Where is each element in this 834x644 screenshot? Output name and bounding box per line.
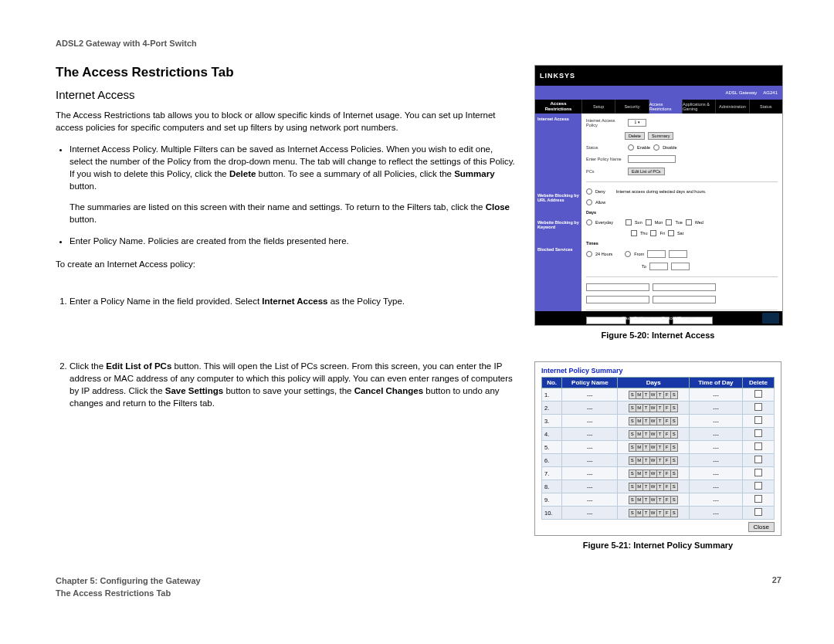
policy-name-input[interactable]	[628, 155, 676, 163]
status-label: Status	[586, 145, 625, 150]
delete-checkbox[interactable]	[754, 469, 762, 476]
table-row: 1.---SMTWTFS---	[542, 388, 775, 402]
day-checkbox[interactable]	[668, 230, 674, 236]
tab-applications-gaming[interactable]: Applications & Gaming	[682, 100, 715, 114]
router-model: ADSL Gateway	[726, 90, 758, 95]
day-box: S	[670, 469, 678, 478]
url-block-input[interactable]	[586, 283, 649, 291]
col-days: Days	[618, 378, 690, 388]
delete-button[interactable]: Delete	[625, 132, 645, 140]
table-row: 2.---SMTWTFS---	[542, 402, 775, 415]
figure-policy-summary: Internet Policy Summary No. Policy Name …	[534, 361, 781, 550]
url-block-input[interactable]	[653, 283, 716, 291]
day-box: S	[670, 509, 678, 517]
url-block-input[interactable]	[586, 296, 649, 303]
deny-desc: Internet access during selected days and…	[616, 189, 707, 194]
everyday-radio[interactable]	[586, 219, 592, 225]
keyword-input[interactable]	[586, 317, 626, 324]
day-checkbox[interactable]	[686, 219, 692, 225]
col-no: No.	[542, 378, 562, 388]
table-row: 6.---SMTWTFS---	[542, 454, 775, 467]
col-policy-name: Policy Name	[562, 378, 618, 388]
delete-checkbox[interactable]	[754, 403, 762, 411]
table-row: 5.---SMTWTFS---	[542, 441, 775, 454]
steps-list: Enter a Policy Name in the field provide…	[70, 295, 517, 409]
deny-radio[interactable]	[586, 188, 592, 195]
policy-label: Internet Access Policy	[586, 118, 625, 127]
footer-chapter: Chapter 5: Configuring the Gateway	[56, 575, 201, 587]
days-heading: Days	[586, 210, 596, 215]
step-item: Enter a Policy Name in the field provide…	[70, 295, 517, 307]
step-item: Click the Edit List of PCs button. This …	[70, 360, 517, 409]
tab-access-restrictions[interactable]: Access Restrictions	[649, 100, 682, 114]
router-brand: LINKSYS	[535, 66, 782, 86]
disable-radio[interactable]	[653, 144, 659, 151]
nav-title-line: Restrictions	[545, 107, 572, 112]
url-block-input[interactable]	[653, 296, 716, 303]
save-settings-button[interactable]: Save Settings	[622, 316, 650, 320]
cisco-logo	[762, 313, 779, 324]
main-text-column: The Access Restrictions Tab Internet Acc…	[56, 65, 517, 571]
delete-checkbox[interactable]	[754, 456, 762, 463]
delete-checkbox[interactable]	[754, 508, 762, 516]
close-button[interactable]: Close	[748, 522, 775, 532]
day-box: S	[670, 496, 678, 504]
day-checkbox[interactable]	[646, 219, 652, 225]
day-checkbox[interactable]	[650, 230, 656, 236]
figure-caption: Figure 5-20: Internet Access	[534, 330, 781, 340]
col-delete: Delete	[742, 378, 774, 388]
tab-setup[interactable]: Setup	[581, 100, 615, 114]
delete-checkbox[interactable]	[754, 416, 762, 424]
delete-checkbox[interactable]	[754, 495, 762, 503]
tab-status[interactable]: Status	[749, 100, 782, 114]
edit-list-pcs-button[interactable]: Edit List of PCs	[628, 168, 665, 175]
summary-title: Internet Policy Summary	[541, 367, 775, 375]
day-box: S	[670, 391, 678, 399]
24hours-radio[interactable]	[586, 251, 592, 257]
router-code: AG241	[763, 90, 778, 95]
table-row: 7.---SMTWTFS---	[542, 467, 775, 480]
tab-security[interactable]: Security	[615, 100, 648, 114]
day-box: S	[670, 483, 678, 491]
page-number: 27	[772, 575, 781, 599]
intro-paragraph: The Access Restrictions tab allows you t…	[56, 109, 517, 134]
tab-administration[interactable]: Administration	[715, 100, 748, 114]
day-checkbox[interactable]	[666, 219, 672, 225]
bullet-list: Internet Access Policy. Multiple Filters…	[70, 143, 517, 247]
nav-title-line: Access	[550, 101, 566, 107]
table-row: 10.---SMTWTFS---	[542, 507, 775, 520]
table-row: 3.---SMTWTFS---	[542, 415, 775, 428]
router-side-labels: Internet Access Website Blocking by URL …	[535, 114, 581, 311]
day-checkbox[interactable]	[631, 230, 637, 236]
from-hour-select[interactable]	[647, 250, 666, 258]
day-box: S	[670, 456, 678, 465]
summary-button[interactable]: Summary	[648, 132, 674, 140]
to-min-select[interactable]	[671, 263, 690, 270]
policy-name-label: Enter Policy Name	[586, 157, 625, 161]
table-row: 4.---SMTWTFS---	[542, 428, 775, 441]
bullet-item: Internet Access Policy. Multiple Filters…	[70, 143, 517, 225]
delete-checkbox[interactable]	[754, 390, 762, 398]
footer-section: The Access Restrictions Tab	[56, 588, 201, 599]
summary-table: No. Policy Name Days Time of Day Delete …	[541, 377, 775, 520]
allow-radio[interactable]	[586, 199, 592, 205]
footer-left: Chapter 5: Configuring the Gateway The A…	[56, 575, 201, 599]
from-min-select[interactable]	[669, 250, 687, 258]
day-checkbox[interactable]	[626, 219, 632, 225]
delete-checkbox[interactable]	[754, 482, 762, 490]
section-title: The Access Restrictions Tab	[56, 65, 517, 80]
enable-radio[interactable]	[628, 144, 634, 151]
times-heading: Times	[586, 241, 598, 246]
router-tabs: Setup Security Access Restrictions Appli…	[581, 100, 782, 114]
from-radio[interactable]	[625, 251, 631, 257]
day-box: S	[670, 404, 678, 412]
instruction-lead: To create an Internet Access policy:	[56, 258, 517, 270]
to-hour-select[interactable]	[649, 263, 668, 270]
cancel-changes-button[interactable]: Cancel Changes	[661, 316, 695, 320]
delete-checkbox[interactable]	[754, 442, 762, 450]
policy-select[interactable]: 1 ▾	[628, 119, 646, 127]
col-time: Time of Day	[689, 378, 742, 388]
figures-column: LINKSYS ADSL Gateway AG241 Access Restri…	[534, 65, 781, 571]
day-box: S	[670, 430, 678, 439]
delete-checkbox[interactable]	[754, 429, 762, 437]
